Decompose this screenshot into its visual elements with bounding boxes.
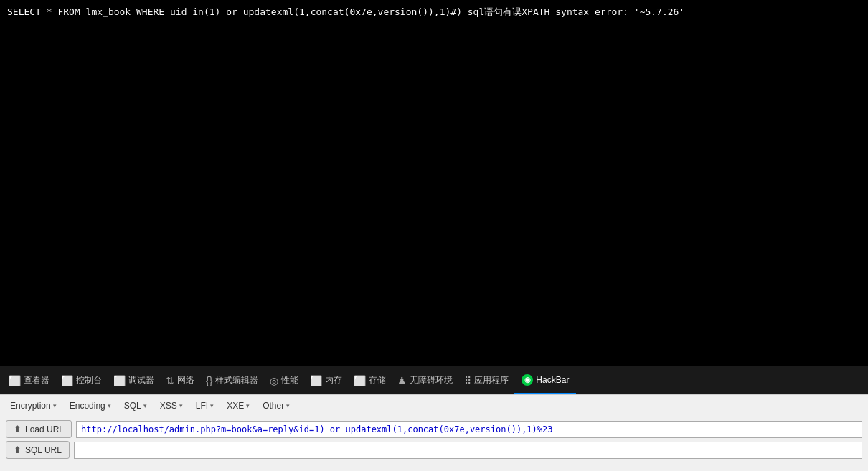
devtools-bar: ⬜ 查看器 ⬜ 控制台 ⬜ 调试器 ⇅ 网络 {} 样式编辑器 ◎ 性能 ⬜ 内… <box>0 366 868 394</box>
memory-icon: ⬜ <box>310 375 322 386</box>
devtools-item-accessibility[interactable]: ♟ 无障碍环境 <box>392 366 458 394</box>
devtools-label-accessibility: 无障碍环境 <box>410 374 453 386</box>
devtools-item-console[interactable]: ⬜ 控制台 <box>55 366 108 394</box>
sql-menu-button[interactable]: SQL ▾ <box>118 399 153 413</box>
browser-content-area: SELECT * FROM lmx_book WHERE uid in(1) o… <box>0 0 868 366</box>
sql-url-button[interactable]: ⬆ SQL URL <box>6 441 70 459</box>
load-url-label: Load URL <box>25 424 64 434</box>
devtools-label-debugger: 调试器 <box>128 374 154 386</box>
devtools-item-storage[interactable]: ⬜ 存储 <box>348 366 392 394</box>
load-url-row: ⬆ Load URL <box>6 420 862 438</box>
xss-label: XSS <box>160 401 177 411</box>
xxe-menu-button[interactable]: XXE ▾ <box>221 399 255 413</box>
upload-icon: ⬆ <box>14 424 22 434</box>
xxe-dropdown-arrow: ▾ <box>246 402 250 409</box>
lfi-menu-button[interactable]: LFI ▾ <box>190 399 220 413</box>
sql-url-label: SQL URL <box>25 445 62 455</box>
devtools-item-hackbar[interactable]: ◉ HackBar <box>514 366 576 394</box>
encoding-menu-button[interactable]: Encoding ▾ <box>64 399 117 413</box>
sql-input[interactable] <box>74 442 862 459</box>
debugger-icon: ⬜ <box>113 375 126 386</box>
devtools-item-performance[interactable]: ◎ 性能 <box>264 366 304 394</box>
devtools-label-hackbar: HackBar <box>536 375 569 385</box>
other-label: Other <box>263 401 284 411</box>
storage-icon: ⬜ <box>354 375 366 386</box>
style-editor-icon: {} <box>206 375 212 386</box>
hackbar-circle-icon: ◉ <box>522 374 533 386</box>
devtools-label-app: 应用程序 <box>474 374 509 386</box>
devtools-label-network: 网络 <box>177 374 194 386</box>
sql-upload-icon: ⬆ <box>14 444 22 455</box>
encoding-label: Encoding <box>70 401 105 411</box>
performance-icon: ◎ <box>270 375 278 386</box>
devtools-item-app[interactable]: ⠿ 应用程序 <box>458 366 514 394</box>
hackbar-inputs: ⬆ Load URL ⬆ SQL URL <box>0 417 868 471</box>
inspector-icon: ⬜ <box>9 375 21 386</box>
devtools-item-network[interactable]: ⇅ 网络 <box>160 366 200 394</box>
encryption-menu-button[interactable]: Encryption ▾ <box>4 399 62 413</box>
encoding-dropdown-arrow: ▾ <box>108 402 111 409</box>
encryption-dropdown-arrow: ▾ <box>53 402 57 409</box>
devtools-label-style-editor: 样式编辑器 <box>215 374 258 386</box>
hackbar-toolbar: Encryption ▾ Encoding ▾ SQL ▾ XSS ▾ LFI … <box>0 394 868 417</box>
devtools-label-performance: 性能 <box>281 374 298 386</box>
sql-error-text: SELECT * FROM lmx_book WHERE uid in(1) o… <box>7 6 684 17</box>
devtools-label-storage: 存储 <box>369 374 386 386</box>
sql-dropdown-arrow: ▾ <box>143 402 147 409</box>
xxe-label: XXE <box>227 401 244 411</box>
lfi-dropdown-arrow: ▾ <box>210 402 214 409</box>
devtools-label-inspector: 查看器 <box>24 374 49 386</box>
url-input[interactable] <box>76 421 862 438</box>
xss-dropdown-arrow: ▾ <box>179 402 183 409</box>
app-icon: ⠿ <box>464 375 471 386</box>
devtools-item-style-editor[interactable]: {} 样式编辑器 <box>200 366 264 394</box>
other-menu-button[interactable]: Other ▾ <box>257 399 296 413</box>
other-dropdown-arrow: ▾ <box>286 402 290 409</box>
lfi-label: LFI <box>196 401 208 411</box>
accessibility-icon: ♟ <box>397 375 407 386</box>
console-icon: ⬜ <box>61 375 73 386</box>
devtools-item-inspector[interactable]: ⬜ 查看器 <box>3 366 55 394</box>
load-url-button[interactable]: ⬆ Load URL <box>6 420 72 438</box>
encryption-label: Encryption <box>10 401 51 411</box>
sql-label: SQL <box>124 401 141 411</box>
sql-url-row: ⬆ SQL URL <box>6 441 862 459</box>
devtools-item-debugger[interactable]: ⬜ 调试器 <box>108 366 160 394</box>
devtools-label-console: 控制台 <box>76 374 102 386</box>
xss-menu-button[interactable]: XSS ▾ <box>154 399 189 413</box>
network-icon: ⇅ <box>166 375 174 386</box>
devtools-item-memory[interactable]: ⬜ 内存 <box>304 366 348 394</box>
devtools-label-memory: 内存 <box>325 374 342 386</box>
